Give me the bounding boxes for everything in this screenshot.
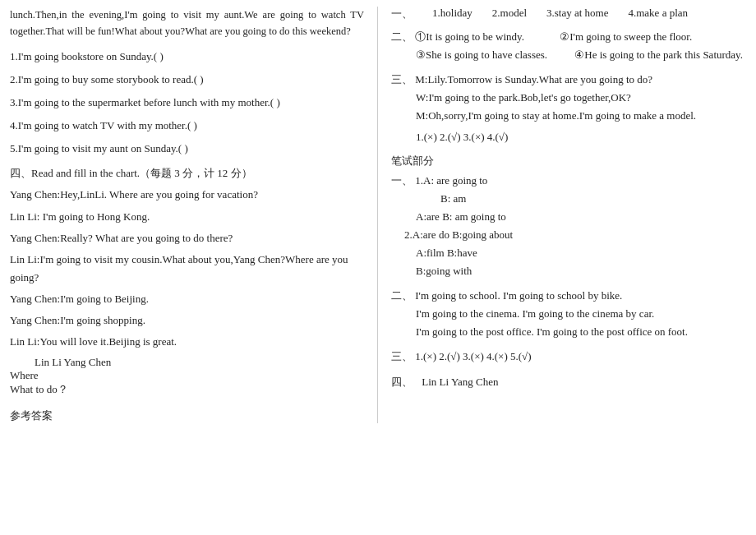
section1-item-3: 3.stay at home [546,7,608,21]
bishi-s2-item2: I'm going to the cinema. I'm going to th… [391,305,746,323]
section1-row: 一、 1.holiday 2.model 3.stay at home 4.ma… [391,7,746,21]
section3-dialog-1: M:Lily.Tomorrow is Sunday.What are you g… [415,73,652,85]
list-item-3: 3.I'm going to the supermarket before lu… [10,94,364,112]
left-column: lunch.Then,in the evening,I'm going to v… [10,7,378,423]
bishi-s1-item2: B: am [391,190,746,208]
right-section1: 一、 1.holiday 2.model 3.stay at home 4.ma… [391,7,746,21]
right-section2: 二、 ①It is going to be windy. ②I'm going … [391,28,746,64]
dialog-block: Yang Chen:Hey,LinLi. Where are you going… [10,186,364,351]
section2-header: 二、 [391,30,413,43]
bishi-section1-header: 一、 [391,174,413,187]
dialog-line-7: Lin Li:You will love it.Beijing is great… [10,333,364,351]
section1-header: 一、 [391,7,413,21]
dialog-line-2: Lin Li: I'm going to Hong Kong. [10,208,364,226]
bishi-s1-item6: B:going with [391,262,746,280]
list-item-4: 4.I'm going to watch TV with my mother.(… [10,117,364,135]
bishi-section4-label: 四、 Lin Li Yang Chen [391,373,746,391]
bishi-header-block: 笔试部分 一、 1.A: are going to B: am A:are B:… [391,154,746,281]
section2-item-1: ①It is going to be windy. [415,30,524,43]
section2-item-2: ②I'm going to sweep the floor. [527,30,692,43]
section1-item-2: 2.model [492,7,527,21]
section2-header-label: 二、 ①It is going to be windy. ②I'm going … [391,28,746,46]
section4-header: 四、Read and fill in the chart.（每题 3 分，计 1… [10,166,364,181]
list-item-2: 2.I'm going to buy some storybook to rea… [10,71,364,89]
bishi-s2-item3: I'm going to the post office. I'm going … [391,323,746,341]
bishi-section3-block: 三、 1.(×) 2.(√) 3.(×) 4.(×) 5.(√) [391,348,746,366]
section3-dialog-3: M:Oh,sorry,I'm going to stay at home.I'm… [391,107,746,125]
list-item-1: 1.I'm going bookstore on Sunday.( ) [10,48,364,66]
section1-item-1: 1.holiday [432,7,472,21]
section3-dialog-2: W:I'm going to the park.Bob,let's go tog… [391,89,746,107]
bishi-section2-block: 二、 I'm going to school. I'm going to sch… [391,287,746,341]
section3-header-label: 三、 M:Lily.Tomorrow is Sunday.What are yo… [391,71,746,89]
bishi-section4-header: 四、 [391,376,413,388]
bishi-s1-item3: A:are B: am going to [391,208,746,226]
right-section3: 三、 M:Lily.Tomorrow is Sunday.What are yo… [391,71,746,146]
bishi-section3-label: 三、 1.(×) 2.(√) 3.(×) 4.(×) 5.(√) [391,348,746,366]
dialog-line-3: Yang Chen:Really? What are you going to … [10,229,364,247]
table-names: Lin Li Yang Chen [10,356,364,369]
bishi-s3-answers: 1.(×) 2.(√) 3.(×) 4.(×) 5.(√) [415,350,531,362]
bishi-section2-header: 二、 [391,289,413,302]
dialog-line-5: Yang Chen:I'm going to Beijing. [10,290,364,308]
section3-header: 三、 [391,73,413,85]
bishi-section1-header-label: 一、 1.A: are going to [391,172,746,190]
bishi-s1-item4: 2.A:are do B:going about [391,226,746,244]
section2-item-3: ③She is going to have classes. [416,48,547,61]
table-block: Lin Li Yang Chen Where What to do？ [10,356,364,397]
intro-paragraph: lunch.Then,in the evening,I'm going to v… [10,7,364,39]
right-column: 一、 1.holiday 2.model 3.stay at home 4.ma… [378,7,746,423]
section3-answers: 1.(×) 2.(√) 3.(×) 4.(√) [391,128,746,146]
bishi-header: 笔试部分 [391,154,746,168]
dialog-line-6: Yang Chen:I'm going shopping. [10,311,364,330]
bishi-s2-item1: I'm going to school. I'm going to school… [415,289,622,302]
section2-item-3-row: ③She is going to have classes. ④He is go… [391,46,746,64]
table-row-what: What to do？ [10,382,364,397]
bishi-section4-block: 四、 Lin Li Yang Chen [391,373,746,391]
section2-item-4: ④He is going to the park this Saturday. [550,48,743,61]
section1-item-4: 4.make a plan [628,7,688,21]
bishi-section2-label: 二、 I'm going to school. I'm going to sch… [391,287,746,305]
dialog-line-1: Yang Chen:Hey,LinLi. Where are you going… [10,186,364,204]
ref-answer-label: 参考答案 [10,408,364,423]
bishi-s4-item1: Lin Li Yang Chen [415,376,498,388]
table-row-where: Where [10,369,364,382]
bishi-section3-header: 三、 [391,350,413,362]
bishi-s1-item5: A:film B:have [391,244,746,262]
list-item-5: 5.I'm going to visit my aunt on Sunday.(… [10,140,364,158]
dialog-line-4: Lin Li:I'm going to visit my cousin.What… [10,251,364,287]
bishi-s1-item1: 1.A: are going to [415,174,487,187]
listening-items: 1.I'm going bookstore on Sunday.( ) 2.I'… [10,48,364,158]
